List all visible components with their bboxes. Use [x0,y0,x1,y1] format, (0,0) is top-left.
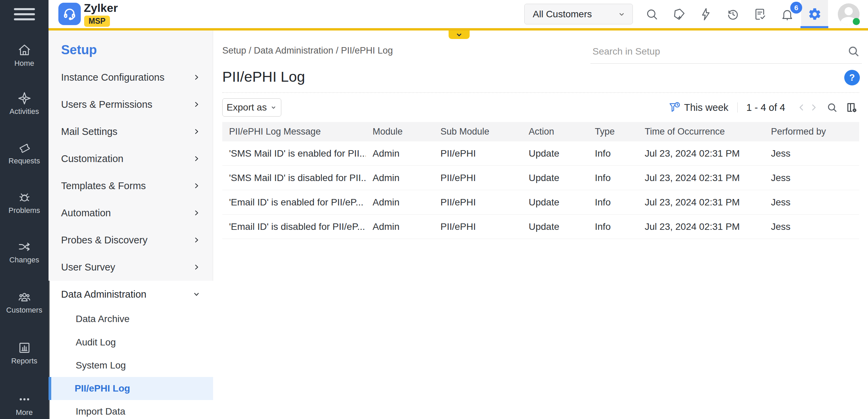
rail-item-more[interactable]: More [0,393,49,417]
search-in-list-button[interactable] [825,100,839,115]
cell-performed-by: Jess [764,221,859,232]
cell-sub-module: PII/ePHI [434,221,522,232]
quick-actions-button[interactable] [698,7,713,22]
chevron-down-icon [455,31,463,39]
chevron-right-icon [193,101,200,108]
setup-item-users-permissions[interactable]: Users & Permissions [49,91,213,118]
cell-time: Jul 23, 2024 02:31 PM [638,148,764,159]
rail-item-problems[interactable]: Problems [0,191,49,215]
cell-action: Update [522,173,588,183]
help-button[interactable]: ? [844,70,860,85]
rail-item-home[interactable]: Home [0,43,49,68]
feedback-button[interactable] [753,7,768,22]
cell-time: Jul 23, 2024 02:31 PM [638,173,764,183]
brand-badge: MSP [84,16,110,27]
rail-item-reports[interactable]: Reports [0,341,49,365]
menu-toggle-button[interactable] [14,8,35,20]
rail-item-customers[interactable]: Customers [0,290,49,315]
column-header[interactable]: Performed by [764,126,859,137]
setup-subitem-pii-ephi-log[interactable]: PII/ePHI Log [49,377,213,400]
setup-item-probes-discovery[interactable]: Probes & Discovery [49,226,213,254]
settings-button[interactable] [801,0,828,28]
history-button[interactable] [725,7,740,22]
activities-icon [18,92,31,105]
rail-item-activities[interactable]: Activities [0,92,49,116]
rail-item-label: Requests [8,157,40,165]
table-row[interactable]: 'Email ID' is enabled for PII/eP... Admi… [222,190,859,215]
cell-sub-module: PII/ePHI [434,197,522,208]
setup-item-templates-forms[interactable]: Templates & Forms [49,172,213,199]
global-search-button[interactable] [644,7,659,22]
table-row[interactable]: 'SMS Mail ID' is enabled for PII... Admi… [222,141,859,166]
setup-item-instance-configurations[interactable]: Instance Configurations [49,64,213,91]
column-header[interactable]: Time of Occurrence [638,126,764,137]
setup-item-automation[interactable]: Automation [49,199,213,226]
next-page-button[interactable] [808,101,820,114]
rail-item-label: Activities [10,107,39,116]
cell-log-message: 'Email ID' is enabled for PII/eP... [222,197,366,208]
column-header[interactable]: Action [522,126,588,137]
setup-subitem-data-archive[interactable]: Data Archive [50,307,213,331]
chevron-right-icon [193,74,200,81]
column-settings-button[interactable] [844,100,859,115]
account-menu-button[interactable] [838,3,860,25]
time-filter-button[interactable]: This week [668,101,729,114]
rail-item-label: Problems [8,206,40,215]
search-icon[interactable] [847,45,860,58]
cell-module: Admin [366,173,434,183]
column-header[interactable]: PII/ePHI Log Message [222,126,366,137]
rail-item-label: Reports [11,357,37,365]
setup-subitem-audit-log[interactable]: Audit Log [50,331,213,354]
topbar: Zylker MSP All Customers 6 [49,0,868,28]
tag-add-icon [672,7,686,21]
cell-time: Jul 23, 2024 02:31 PM [638,197,764,208]
list-tools: This week 1 - 4 of 4 [668,98,859,117]
filter-clock-icon [668,101,681,114]
toolbar-divider [737,102,738,113]
history-icon [726,7,740,21]
cell-sub-module: PII/ePHI [434,148,522,159]
chevron-right-icon [193,128,200,135]
cell-module: Admin [366,148,434,159]
page-title: PII/ePHI Log [222,68,305,85]
setup-search-input[interactable] [592,44,837,59]
setup-subitem-import-data[interactable]: Import Data [50,400,213,419]
breadcrumb: Setup / Data Administration / PII/ePHI L… [222,45,393,56]
cell-type: Info [588,173,638,183]
setup-item-mail-settings[interactable]: Mail Settings [49,118,213,145]
column-settings-icon [846,102,857,113]
table-row[interactable]: 'Email ID' is disabled for PII/eP... Adm… [222,215,859,239]
app-logo[interactable] [58,3,81,25]
table-row[interactable]: 'SMS Mail ID' is disabled for PII... Adm… [222,166,859,190]
column-header[interactable]: Module [366,126,434,137]
online-status-dot [853,18,860,25]
collapse-header-tab[interactable] [449,31,470,39]
chevron-right-icon [193,236,200,244]
cell-sub-module: PII/ePHI [434,173,522,183]
cell-action: Update [522,221,588,232]
home-icon [18,43,31,57]
export-as-button[interactable]: Export as [222,98,281,117]
ticket-icon [18,141,31,155]
setup-item-customization[interactable]: Customization [49,145,213,172]
add-tag-button[interactable] [672,7,686,22]
cell-type: Info [588,197,638,208]
column-header[interactable]: Sub Module [434,126,522,137]
previous-page-button[interactable] [795,101,808,114]
rail-item-changes[interactable]: Changes [0,240,49,264]
rail-item-requests[interactable]: Requests [0,141,49,165]
search-icon [645,7,659,21]
rail-item-label: More [16,408,33,417]
cell-action: Update [522,197,588,208]
setup-subitem-system-log[interactable]: System Log [50,354,213,377]
setup-item-data-administration[interactable]: Data Administration [50,281,213,308]
setup-group-data-administration: Data Administration Data Archive Audit L… [49,281,213,419]
column-header[interactable]: Type [588,126,638,137]
cell-type: Info [588,221,638,232]
cell-log-message: 'SMS Mail ID' is disabled for PII... [222,173,366,183]
chevron-down-icon [270,104,277,111]
table-header-row: PII/ePHI Log Message Module Sub Module A… [222,122,859,141]
customer-selector[interactable]: All Customers [524,4,633,24]
setup-item-user-survey[interactable]: User Survey [49,254,213,281]
cell-type: Info [588,148,638,159]
